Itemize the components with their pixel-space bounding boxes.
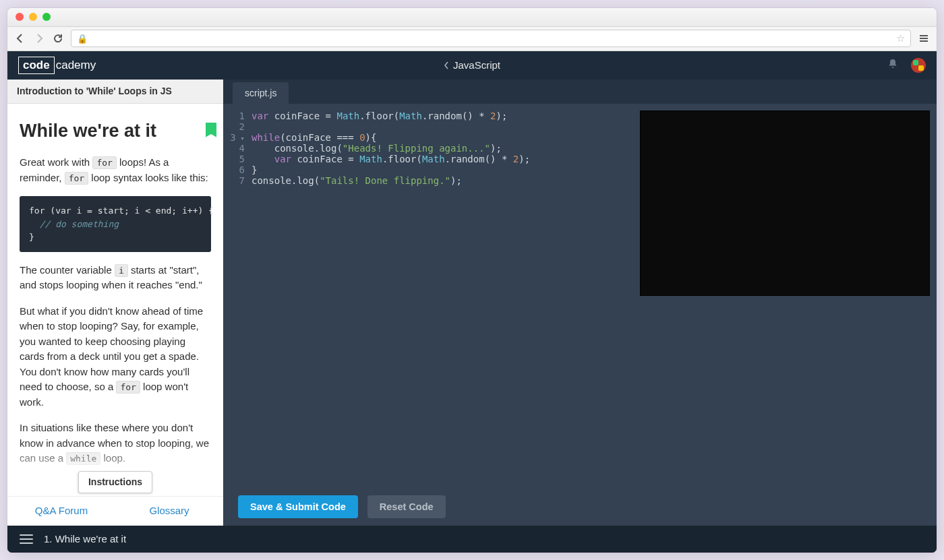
app-root: code cademy JavaScript Introduction to '… bbox=[7, 51, 937, 553]
forward-icon[interactable] bbox=[33, 32, 45, 44]
code-content[interactable]: console.log("Heads! Flipping again..."); bbox=[252, 143, 502, 154]
code-content[interactable]: console.log("Tails! Done flipping."); bbox=[252, 175, 462, 186]
notifications-icon[interactable] bbox=[887, 58, 899, 73]
editor-footer: Save & Submit Code Reset Code bbox=[223, 488, 937, 526]
paragraph-3: But what if you didn't know ahead of tim… bbox=[20, 304, 211, 410]
inline-code-for1: for bbox=[92, 156, 116, 169]
minimize-icon[interactable] bbox=[29, 13, 37, 21]
paragraph-4: In situations like these where you don't… bbox=[20, 421, 211, 466]
line-number: 6 bbox=[223, 164, 252, 175]
browser-menu-icon[interactable] bbox=[918, 32, 930, 44]
bottom-lesson-label: 1. While we're at it bbox=[44, 533, 126, 545]
code-content[interactable]: while(coinFace === 0){ bbox=[252, 132, 376, 143]
lesson-heading: While we're at it bbox=[20, 117, 211, 145]
code-content[interactable]: } bbox=[252, 164, 257, 175]
maximize-icon[interactable] bbox=[42, 13, 51, 21]
bottom-nav: 1. While we're at it bbox=[7, 526, 937, 553]
instruction-panel: Introduction to 'While' Loops in JS Whil… bbox=[7, 80, 223, 526]
avatar[interactable] bbox=[911, 58, 926, 73]
browser-toolbar: 🔒 ☆ bbox=[7, 27, 937, 51]
url-bar[interactable]: 🔒 ☆ bbox=[71, 30, 911, 47]
close-icon[interactable] bbox=[16, 13, 24, 21]
line-number: 3 ▾ bbox=[223, 132, 252, 143]
back-icon[interactable] bbox=[14, 32, 26, 44]
instruction-content: While we're at it Great work with for lo… bbox=[7, 104, 223, 526]
editor-panel: script.js 1var coinFace = Math.floor(Mat… bbox=[223, 80, 937, 526]
line-number: 4 bbox=[223, 143, 252, 154]
line-number: 7 bbox=[223, 175, 252, 186]
reload-icon[interactable] bbox=[52, 32, 64, 44]
instructions-pill[interactable]: Instructions bbox=[78, 471, 152, 493]
paragraph-1: Great work with for loops! As a reminder… bbox=[20, 155, 211, 185]
line-number: 2 bbox=[223, 121, 252, 132]
save-submit-button[interactable]: Save & Submit Code bbox=[238, 495, 358, 518]
glossary-link[interactable]: Glossary bbox=[115, 497, 223, 526]
inline-code-i: i bbox=[115, 264, 128, 277]
section-title: Introduction to 'While' Loops in JS bbox=[7, 80, 223, 104]
lesson-menu-icon[interactable] bbox=[20, 534, 33, 544]
browser-window: 🔒 ☆ code cademy JavaScript bbox=[7, 7, 937, 553]
code-content[interactable]: var coinFace = Math.floor(Math.random() … bbox=[252, 154, 530, 164]
example-codeblock: for (var i = start; i < end; i++) { // d… bbox=[20, 196, 211, 252]
inline-code-while: while bbox=[66, 452, 100, 465]
logo[interactable]: code cademy bbox=[18, 57, 96, 74]
titlebar bbox=[7, 8, 937, 27]
bookmark-star-icon[interactable]: ☆ bbox=[896, 32, 905, 44]
editor-area: 1var coinFace = Math.floor(Math.random()… bbox=[223, 104, 937, 488]
line-number: 1 bbox=[223, 111, 252, 121]
inline-code-for2: for bbox=[65, 172, 88, 185]
editor-tabs: script.js bbox=[223, 80, 937, 104]
bookmark-flag-icon[interactable] bbox=[206, 123, 216, 137]
lock-icon: 🔒 bbox=[77, 34, 88, 44]
line-number: 5 bbox=[223, 154, 252, 164]
code-content[interactable]: var coinFace = Math.floor(Math.random() … bbox=[252, 111, 507, 121]
output-console[interactable] bbox=[640, 111, 930, 296]
logo-box: code bbox=[18, 57, 55, 74]
file-tab[interactable]: script.js bbox=[233, 82, 289, 104]
paragraph-2: The counter variable i starts at "start"… bbox=[20, 263, 211, 293]
inline-code-for3: for bbox=[116, 381, 140, 394]
logo-text: cademy bbox=[56, 59, 96, 72]
course-back-link[interactable]: JavaScript bbox=[444, 59, 500, 71]
qa-forum-link[interactable]: Q&A Forum bbox=[7, 497, 115, 526]
chevron-left-icon bbox=[444, 61, 449, 69]
app-header: code cademy JavaScript bbox=[7, 51, 937, 80]
course-title: JavaScript bbox=[453, 59, 500, 71]
reset-code-button[interactable]: Reset Code bbox=[367, 495, 446, 518]
instruction-footer: Q&A Forum Glossary bbox=[7, 496, 223, 526]
